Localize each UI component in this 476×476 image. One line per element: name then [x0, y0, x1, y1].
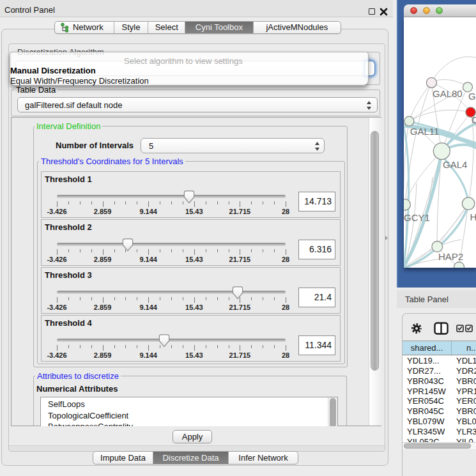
svg-text:GAL80: GAL80 — [433, 88, 463, 99]
svg-text:H: H — [470, 211, 476, 222]
svg-text:GAL11: GAL11 — [410, 126, 440, 137]
svg-text:GAL4: GAL4 — [443, 159, 467, 170]
svg-text:GCY1: GCY1 — [404, 212, 430, 223]
svg-text:HAP2: HAP2 — [438, 251, 463, 262]
svg-text:C: C — [472, 114, 476, 125]
svg-text:GA: GA — [468, 91, 476, 102]
